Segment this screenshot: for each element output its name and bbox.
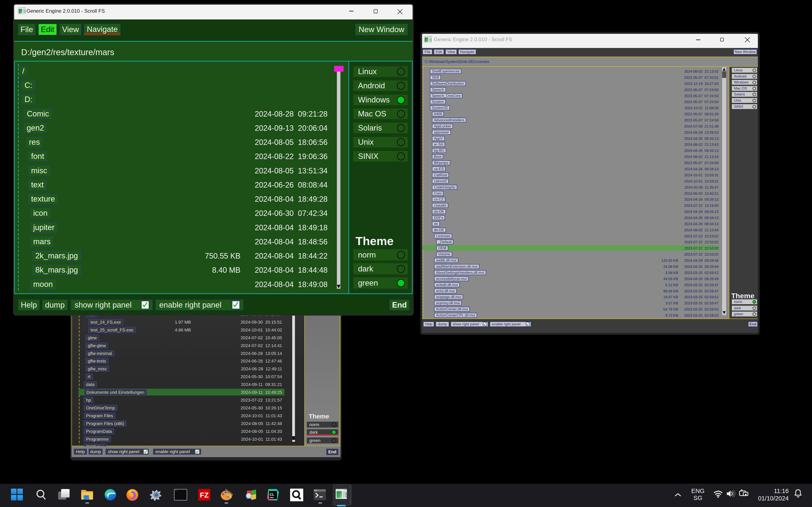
svg-text:FZ: FZ (200, 491, 209, 499)
svg-text:C:\...: C:\... (175, 490, 178, 491)
svg-text:CL: CL (270, 493, 274, 497)
